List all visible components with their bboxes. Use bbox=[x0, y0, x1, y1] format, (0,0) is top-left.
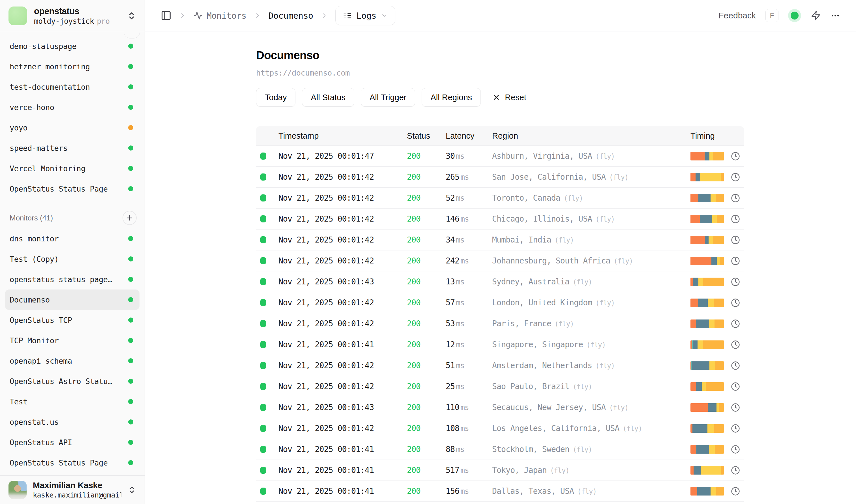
timing-segment-transfer bbox=[713, 236, 724, 244]
sidebar-item[interactable]: Test bbox=[5, 391, 140, 412]
sidebar-item[interactable]: verce-hono bbox=[5, 97, 140, 118]
workspace-switcher[interactable]: openstatus moldy-joystickpro bbox=[0, 0, 145, 32]
timing-bar bbox=[691, 277, 724, 286]
panel-left-icon bbox=[161, 10, 172, 21]
log-row[interactable]: Nov 21, 2025 00:01:42 200 53ms Paris, Fr… bbox=[256, 313, 744, 334]
log-row[interactable]: Nov 21, 2025 00:01:42 200 265ms San Jose… bbox=[256, 167, 744, 187]
clock-icon[interactable] bbox=[731, 319, 740, 328]
timing-segment-ttfb bbox=[697, 340, 703, 349]
log-row[interactable]: Nov 21, 2025 00:01:42 200 25ms Sao Paulo… bbox=[256, 376, 744, 397]
row-timing-cell bbox=[691, 215, 731, 223]
sidebar-item[interactable]: OpenStatus Astro Statu… bbox=[5, 371, 140, 391]
breadcrumb-monitor-name[interactable]: Documenso bbox=[269, 11, 313, 21]
sidebar-item[interactable]: openstat.us bbox=[5, 412, 140, 432]
region-name: Johannesburg, South Africa bbox=[492, 256, 610, 266]
latency-unit: ms bbox=[460, 173, 469, 181]
clock-icon[interactable] bbox=[731, 466, 740, 475]
log-row[interactable]: Nov 21, 2025 00:01:41 200 88ms Stockholm… bbox=[256, 439, 744, 460]
clock-icon[interactable] bbox=[731, 424, 740, 433]
ellipsis-menu-button[interactable] bbox=[831, 11, 840, 20]
user-menu[interactable]: Maximilian Kaske kaske.maximilian@gmail… bbox=[0, 475, 145, 504]
clock-icon[interactable] bbox=[731, 403, 740, 412]
timing-bar bbox=[691, 173, 724, 181]
log-row[interactable]: Nov 21, 2025 00:01:47 200 30ms Ashburn, … bbox=[256, 146, 744, 167]
log-row[interactable]: Nov 21, 2025 00:01:42 200 52ms Toronto, … bbox=[256, 187, 744, 209]
log-row[interactable]: Nov 21, 2025 00:01:42 200 242ms Johannes… bbox=[256, 250, 744, 271]
sidebar-item[interactable]: openapi schema bbox=[5, 350, 140, 371]
sidebar-item[interactable]: OpenStatus API bbox=[5, 432, 140, 452]
latency-unit: ms bbox=[456, 445, 464, 454]
sidebar-scroll-area[interactable]: demo-statuspage hetzner monitoring test-… bbox=[0, 32, 145, 475]
clock-icon[interactable] bbox=[731, 215, 740, 223]
clock-icon[interactable] bbox=[731, 194, 740, 203]
sidebar-item[interactable]: speed-matters bbox=[5, 138, 140, 158]
log-row[interactable]: Nov 21, 2025 00:01:43 200 110ms Secaucus… bbox=[256, 397, 744, 418]
sidebar-item[interactable]: Vercel Monitoring bbox=[5, 158, 140, 179]
log-row[interactable]: Nov 21, 2025 00:01:42 200 34ms Mumbai, I… bbox=[256, 230, 744, 250]
clock-icon[interactable] bbox=[731, 361, 740, 370]
feedback-button[interactable]: Feedback bbox=[718, 11, 756, 20]
timing-segment-transfer bbox=[721, 466, 724, 474]
clock-icon[interactable] bbox=[731, 340, 740, 349]
timing-segment-transfer bbox=[715, 361, 724, 370]
sidebar-item[interactable]: OpenStatus Status Page bbox=[5, 179, 140, 199]
sidebar-item[interactable]: demo-statuspage bbox=[5, 36, 140, 56]
clock-icon[interactable] bbox=[731, 152, 740, 161]
row-indicator-cell bbox=[256, 383, 279, 390]
row-status-code: 200 bbox=[407, 256, 446, 266]
view-selector-button[interactable]: Logs bbox=[335, 6, 395, 25]
sidebar-item[interactable]: TCP Monitor bbox=[5, 330, 140, 350]
workspace-name: openstatus bbox=[34, 6, 120, 16]
clock-icon[interactable] bbox=[731, 235, 740, 245]
status-indicator-dot[interactable] bbox=[788, 9, 801, 22]
row-region: San Jose, California, USA(fly) bbox=[492, 172, 691, 182]
sidebar-item[interactable]: yoyo bbox=[5, 118, 140, 138]
add-monitor-button[interactable] bbox=[123, 211, 137, 225]
regions-filter-button[interactable]: All Regions bbox=[422, 88, 481, 107]
log-row[interactable]: Nov 21, 2025 00:01:42 200 146ms Chicago,… bbox=[256, 209, 744, 230]
sidebar-item[interactable]: dns monitor bbox=[5, 228, 140, 249]
clock-icon[interactable] bbox=[731, 445, 740, 454]
log-row[interactable]: Nov 21, 2025 00:01:41 200 517ms Tokyo, J… bbox=[256, 460, 744, 481]
timing-segment-dns bbox=[691, 299, 698, 307]
timing-segment-transfer bbox=[716, 194, 724, 202]
log-row[interactable]: Nov 21, 2025 00:01:41 200 12ms Singapore… bbox=[256, 334, 744, 355]
sidebar-item[interactable]: OpenStatus Status Page bbox=[5, 452, 140, 473]
sidebar-toggle-button[interactable] bbox=[161, 10, 172, 21]
sidebar-item[interactable]: hetzner monitoring bbox=[5, 56, 140, 77]
reset-filters-button[interactable]: Reset bbox=[493, 93, 526, 102]
row-timestamp: Nov 21, 2025 00:01:42 bbox=[279, 361, 407, 370]
zap-icon[interactable] bbox=[811, 11, 821, 21]
date-filter-button[interactable]: Today bbox=[256, 88, 296, 107]
region-provider: (fly) bbox=[614, 257, 633, 265]
log-row[interactable]: Nov 21, 2025 00:01:41 200 156ms Dallas, … bbox=[256, 481, 744, 502]
log-row[interactable]: Nov 21, 2025 00:01:43 200 13ms Sydney, A… bbox=[256, 271, 744, 292]
sidebar-item[interactable]: OpenStatus TCP bbox=[5, 310, 140, 330]
row-latency: 156ms bbox=[446, 486, 492, 496]
success-indicator-icon bbox=[260, 236, 266, 244]
status-filter-button[interactable]: All Status bbox=[302, 88, 354, 107]
status-dot-icon bbox=[128, 399, 133, 404]
row-clock-cell bbox=[731, 215, 744, 223]
row-region: Ashburn, Virginia, USA(fly) bbox=[492, 151, 691, 161]
clock-icon[interactable] bbox=[731, 173, 740, 182]
sidebar-item[interactable]: Test (Copy) bbox=[5, 249, 140, 269]
sidebar-item[interactable]: openstatus status page… bbox=[5, 269, 140, 289]
log-row[interactable]: Nov 21, 2025 00:01:42 200 108ms Los Ange… bbox=[256, 418, 744, 439]
trigger-filter-button[interactable]: All Trigger bbox=[361, 88, 415, 107]
clock-icon[interactable] bbox=[731, 487, 740, 496]
log-row[interactable]: Nov 21, 2025 00:01:42 200 51ms Amsterdam… bbox=[256, 355, 744, 376]
log-row[interactable]: Nov 21, 2025 00:01:42 200 57ms London, U… bbox=[256, 292, 744, 313]
clock-icon[interactable] bbox=[731, 277, 740, 286]
breadcrumb-monitors[interactable]: Monitors bbox=[194, 11, 247, 21]
clock-icon[interactable] bbox=[731, 382, 740, 391]
clock-icon[interactable] bbox=[731, 298, 740, 307]
timing-segment-tls bbox=[697, 487, 711, 496]
region-provider: (fly) bbox=[595, 362, 614, 370]
sidebar-item-label: openapi schema bbox=[10, 357, 72, 365]
clock-icon[interactable] bbox=[731, 256, 740, 266]
sidebar-item[interactable]: Documenso bbox=[5, 289, 140, 310]
row-timing-cell bbox=[691, 320, 731, 328]
sidebar-item[interactable]: test-documentation bbox=[5, 77, 140, 97]
chevron-down-icon bbox=[381, 12, 388, 19]
